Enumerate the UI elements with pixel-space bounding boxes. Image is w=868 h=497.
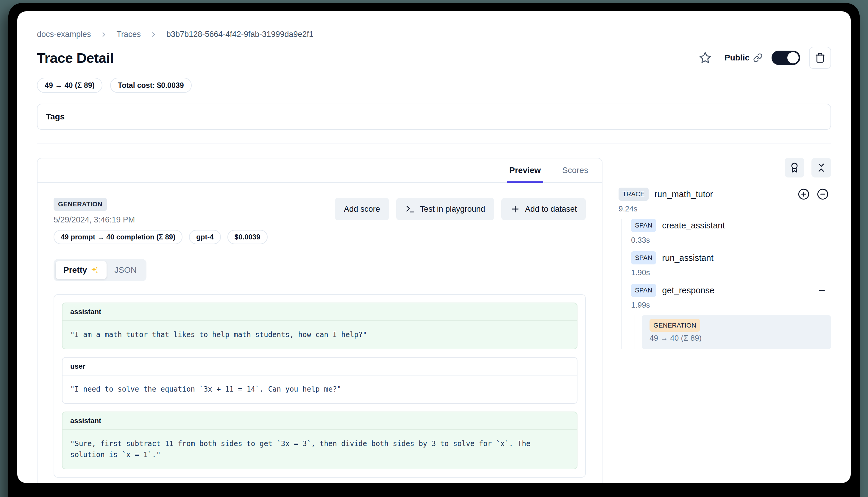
add-score-label: Add score <box>344 204 380 214</box>
span-type-badge: SPAN <box>631 219 656 232</box>
observation-type-badge: GENERATION <box>54 198 107 211</box>
cost-badge: $0.0039 <box>228 230 267 244</box>
minus-icon[interactable] <box>817 285 831 295</box>
message-text: "Sure, first subtract 11 from both sides… <box>62 430 577 469</box>
link-icon <box>753 53 763 62</box>
add-score-button[interactable]: Add score <box>335 198 389 221</box>
total-cost-badge: Total cost: $0.0039 <box>110 78 192 93</box>
span-name: create_assistant <box>662 221 725 230</box>
breadcrumb-project[interactable]: docs-examples <box>37 30 91 39</box>
message-role: assistant <box>62 303 577 321</box>
tree-node-span[interactable]: SPAN create_assistant 0.33s <box>631 219 831 245</box>
award-icon <box>789 162 800 173</box>
circle-plus-icon[interactable] <box>798 188 810 200</box>
span-type-badge: SPAN <box>631 284 656 297</box>
tab-scores[interactable]: Scores <box>560 158 591 183</box>
breadcrumb-traces[interactable]: Traces <box>117 30 141 39</box>
tabstrip: Preview Scores <box>38 158 602 183</box>
view-mode-switch: Pretty JSON <box>54 259 146 281</box>
app-window: docs-examples Traces b3b7b128-5664-4f42-… <box>8 3 860 497</box>
view-scores-button[interactable] <box>785 158 804 178</box>
message-assistant-2: assistant "Sure, first subtract 11 from … <box>62 412 578 469</box>
page-card: docs-examples Traces b3b7b128-5664-4f42-… <box>17 11 851 483</box>
span-type-badge: SPAN <box>631 251 656 265</box>
span-duration: 1.99s <box>631 300 831 310</box>
test-in-playground-button[interactable]: Test in playground <box>396 198 494 221</box>
public-toggle[interactable] <box>771 51 800 65</box>
trash-icon <box>815 53 825 63</box>
tab-preview[interactable]: Preview <box>507 158 543 183</box>
sparkles-icon <box>90 266 99 274</box>
message-text: "I need to solve the equation `3x + 11 =… <box>62 375 577 403</box>
pretty-label: Pretty <box>63 265 87 275</box>
trace-duration: 9.24s <box>619 204 831 213</box>
tags-title: Tags <box>46 112 822 122</box>
tree-node-span[interactable]: SPAN get_response 1.99s GENERATION 49 <box>631 284 831 349</box>
span-duration: 1.90s <box>631 268 831 277</box>
token-usage-badge: 49 → 40 (Σ 89) <box>37 78 102 93</box>
span-name: run_assistant <box>662 253 713 263</box>
generation-type-badge: GENERATION <box>650 319 700 332</box>
section-divider <box>37 143 831 144</box>
message-user-1: user "I need to solve the equation `3x +… <box>62 357 578 404</box>
message-text: "I am a math tutor that likes to help ma… <box>62 321 577 349</box>
generation-usage: 49 → 40 (Σ 89) <box>650 333 823 343</box>
tree-node-span[interactable]: SPAN run_assistant 1.90s <box>631 251 831 277</box>
span-name: get_response <box>662 286 714 295</box>
prompt-completion-badge: 49 prompt → 40 completion (Σ 89) <box>54 230 183 244</box>
breadcrumb-trace-id: b3b7b128-5664-4f42-9fab-31999da9e2f1 <box>167 30 314 39</box>
tree-node-trace[interactable]: TRACE run_math_tutor <box>619 188 831 201</box>
public-label: Public <box>724 53 750 62</box>
message-role: user <box>62 358 577 375</box>
terminal-icon <box>405 204 415 214</box>
add-to-dataset-button[interactable]: Add to dataset <box>501 198 586 221</box>
chevron-right-icon <box>150 31 158 39</box>
messages-container: assistant "I am a math tutor that likes … <box>54 294 586 478</box>
trace-name: run_math_tutor <box>654 189 713 199</box>
message-role: assistant <box>62 412 577 430</box>
chevron-right-icon <box>100 31 108 39</box>
circle-minus-icon[interactable] <box>817 188 829 200</box>
json-view-button[interactable]: JSON <box>106 261 144 279</box>
trace-tree-panel: TRACE run_math_tutor 9.24s <box>619 158 831 356</box>
star-icon[interactable] <box>699 52 711 64</box>
observation-card: Preview Scores GENERATION 5/29/2024, 3:4… <box>37 158 603 483</box>
span-duration: 0.33s <box>631 236 831 245</box>
model-badge: gpt-4 <box>189 230 221 244</box>
page-title: Trace Detail <box>37 50 114 66</box>
add-to-dataset-label: Add to dataset <box>525 204 577 214</box>
collapse-vertical-icon <box>816 162 827 173</box>
plus-icon <box>510 204 520 214</box>
observation-timestamp: 5/29/2024, 3:46:19 PM <box>54 215 267 225</box>
toggle-knob <box>787 52 799 63</box>
tree-node-generation-selected[interactable]: GENERATION 49 → 40 (Σ 89) <box>642 315 831 349</box>
pretty-view-button[interactable]: Pretty <box>56 261 106 279</box>
message-assistant-1: assistant "I am a math tutor that likes … <box>62 302 578 349</box>
breadcrumb: docs-examples Traces b3b7b128-5664-4f42-… <box>37 30 831 39</box>
trace-type-badge: TRACE <box>619 188 649 201</box>
test-in-playground-label: Test in playground <box>420 204 485 214</box>
collapse-all-button[interactable] <box>811 158 831 178</box>
delete-trace-button[interactable] <box>809 47 831 69</box>
tags-section: Tags <box>37 104 831 130</box>
